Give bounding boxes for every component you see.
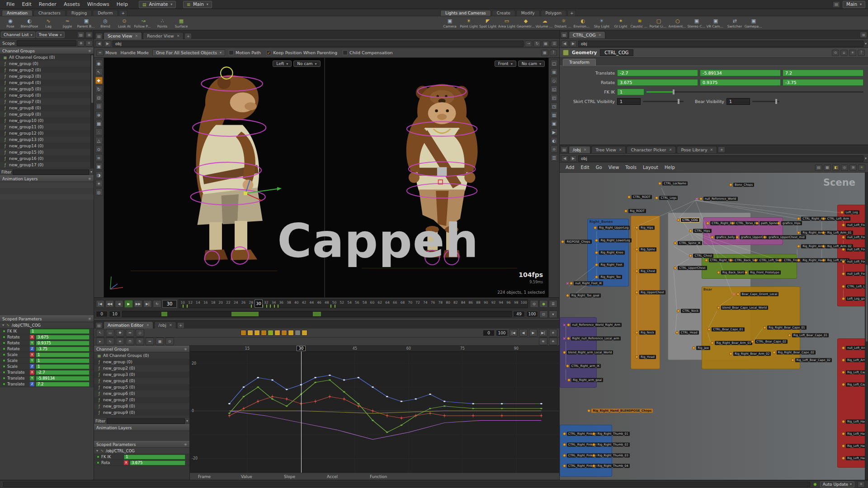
- network-node[interactable]: ✕Bear_Cape_Orient_Local: [732, 292, 778, 296]
- network-node[interactable]: CTRL_Chest: [689, 253, 713, 258]
- gear-icon[interactable]: ✳: [184, 347, 187, 352]
- prev-key-button[interactable]: ◀◀: [105, 300, 114, 308]
- scale-tool-icon[interactable]: ⊡: [95, 94, 103, 101]
- menu-help[interactable]: Help: [113, 0, 132, 8]
- loop-mode-button[interactable]: ↻: [153, 300, 161, 308]
- gear-icon[interactable]: ✳: [88, 317, 91, 321]
- update-mode-icon[interactable]: →: [525, 41, 532, 47]
- shelf-tool-environment-light[interactable]: ◐Environment Light: [573, 16, 592, 30]
- handles-tool-icon[interactable]: ⊕: [95, 111, 103, 118]
- network-node[interactable]: Rig_Right_arm_goal: [567, 378, 603, 382]
- display-mode-icon[interactable]: ◐: [551, 137, 558, 144]
- move-tool-icon[interactable]: ✚: [95, 77, 103, 84]
- shelf-tool-pose[interactable]: ◉Pose: [1, 16, 20, 30]
- pane-menu-icon[interactable]: ☰: [551, 41, 558, 47]
- anim-range-start-field[interactable]: 0: [483, 330, 495, 336]
- scope-gear-icon[interactable]: ✳: [85, 40, 93, 47]
- chevron-down-icon[interactable]: ▾: [865, 156, 867, 160]
- current-tool[interactable]: ≡ Move: [96, 50, 117, 56]
- shelf-tab-characters[interactable]: Characters: [33, 10, 66, 16]
- camera-view-icon[interactable]: ▣: [551, 120, 558, 127]
- network-overview-icon[interactable]: ▤: [815, 164, 822, 171]
- network-node[interactable]: Left_Leg_goal: [842, 296, 868, 300]
- scoped-parameter-row[interactable]: RotateY0.9375: [0, 340, 94, 346]
- menu-windows[interactable]: Windows: [84, 0, 113, 8]
- cycle-extrapolate-icon[interactable]: ↻: [136, 338, 144, 345]
- lighting-icon[interactable]: ☼: [551, 145, 558, 153]
- current-frame-field[interactable]: 30: [162, 300, 177, 308]
- network-node[interactable]: RIGPOSE_Chops: [561, 240, 591, 244]
- scoped-parameter-row[interactable]: RotateZ-3.75: [0, 346, 94, 352]
- network-node[interactable]: null_Left_Foot_05: [842, 272, 868, 276]
- bear-visibility-field[interactable]: 1: [726, 98, 750, 105]
- parameter-value-field[interactable]: 7.2: [36, 382, 90, 387]
- network-node[interactable]: Rig_Right_Hand_BLENDPOSE_Chops: [587, 409, 653, 413]
- network-frame-icon[interactable]: ⊞: [849, 164, 857, 171]
- next-frame-button[interactable]: ▶▶: [134, 300, 142, 308]
- bear-visibility-slider[interactable]: [752, 101, 779, 102]
- sub-range-start-field[interactable]: 10: [109, 311, 121, 317]
- tab-scene-view[interactable]: Scene View ✕: [104, 32, 142, 39]
- tab-render-view[interactable]: Render View ✕: [143, 32, 184, 39]
- play-button[interactable]: ▶: [124, 300, 133, 308]
- editor-settings-icon[interactable]: ✳: [549, 338, 557, 345]
- viewport-help-icon[interactable]: ?: [550, 50, 557, 56]
- global-range-start-field[interactable]: 0: [96, 311, 108, 317]
- network-node[interactable]: grafico_UpperChest_mid: [763, 235, 806, 239]
- parameter-value-field[interactable]: 1: [36, 352, 90, 357]
- anim-tool-icon[interactable]: [302, 330, 307, 336]
- network-node[interactable]: Rig_Left_Arm_01: [822, 230, 853, 235]
- channel-group-row[interactable]: ƒnew_group8 (0): [94, 403, 189, 409]
- scoped-parameter-row[interactable]: RotaX3.675: [94, 460, 189, 466]
- tangent-auto-icon[interactable]: ∿: [106, 338, 114, 345]
- shelf-tool-follow-path[interactable]: ↝Follow Path: [134, 16, 153, 30]
- network-menu-add[interactable]: Add: [562, 164, 577, 170]
- network-node[interactable]: Rig_Right_Toe: [595, 275, 622, 279]
- channel-group-row[interactable]: ƒnew_group9 (0): [94, 409, 189, 416]
- next-key-button[interactable]: ▶|: [143, 300, 152, 308]
- anim-tool-icon[interactable]: [254, 330, 260, 336]
- network-node[interactable]: null_Left_Foot_02: [842, 235, 868, 239]
- gear-icon[interactable]: ✳: [88, 177, 91, 181]
- jump-to-node-icon[interactable]: ⌂: [840, 50, 848, 56]
- viewport-options-icon[interactable]: ☰: [551, 154, 558, 161]
- graph-options-icon[interactable]: ✳: [549, 329, 557, 337]
- pose-tool-icon[interactable]: ☷: [95, 103, 103, 110]
- toolbar-toggle-keep-position-when-parenting[interactable]: ✓Keep Position When Parenting: [266, 50, 337, 55]
- forward-icon[interactable]: ▶: [104, 41, 111, 47]
- channel-group-row[interactable]: ƒnew_group10 (0): [0, 117, 94, 124]
- network-node[interactable]: CTRL_COG: [677, 218, 699, 222]
- anim-range-end-field[interactable]: 100: [496, 330, 508, 336]
- network-menu-go[interactable]: Go: [593, 164, 605, 170]
- graph-playhead-line[interactable]: [301, 352, 302, 473]
- scoped-parameter-row[interactable]: TranslateZ7.2: [0, 381, 94, 387]
- parameter-value-field[interactable]: 1: [30, 329, 90, 334]
- network-node[interactable]: grafico_Hips: [777, 221, 802, 225]
- menu-render[interactable]: Render: [35, 0, 60, 8]
- network-node[interactable]: ✕null_Reference_World: [695, 197, 737, 201]
- select-tool-icon[interactable]: ↖: [95, 68, 103, 75]
- channel-group-row[interactable]: ƒnew_group7 (0): [94, 397, 189, 403]
- network-node[interactable]: Rig_Left_Hand_02: [842, 432, 868, 436]
- network-node[interactable]: Rig_Left_Cape_01: [842, 371, 868, 375]
- network-node[interactable]: Rig_Right_Foot: [595, 263, 623, 267]
- anim-tool-icon[interactable]: [295, 330, 301, 336]
- tab-pose-library[interactable]: Pose Library ✕: [677, 146, 717, 153]
- path-input[interactable]: obj: [578, 41, 863, 47]
- shelf-tab-animation[interactable]: Animation: [2, 10, 33, 16]
- viewport[interactable]: Left ▾ No cam ▾ Front ▾ No cam ▾: [104, 58, 548, 297]
- insert-key-icon[interactable]: ◇: [136, 329, 144, 337]
- pane-maximize-icon[interactable]: ⊞: [860, 32, 867, 38]
- shelf-tool-vr-camera[interactable]: ▣VR Camera: [706, 16, 725, 30]
- chevron-down-icon[interactable]: ▾: [865, 42, 867, 46]
- materials-icon[interactable]: ◑: [95, 171, 103, 178]
- network-node[interactable]: Rig_Right_Toe_goal: [566, 294, 601, 298]
- param-gear-icon[interactable]: ✳: [849, 50, 856, 56]
- channel-group-row[interactable]: ▦All Channel Groups (0): [94, 352, 189, 359]
- animation-layer-row[interactable]: [0, 194, 94, 200]
- network-menu-help[interactable]: Help: [661, 164, 678, 170]
- layout-selector[interactable]: ⊞ Main ▾: [183, 1, 212, 8]
- network-node[interactable]: CTRL_LocName: [658, 181, 688, 185]
- animation-layer-row[interactable]: [0, 188, 94, 194]
- shelf-tool-ambient-light[interactable]: ○Ambient Light: [668, 16, 687, 30]
